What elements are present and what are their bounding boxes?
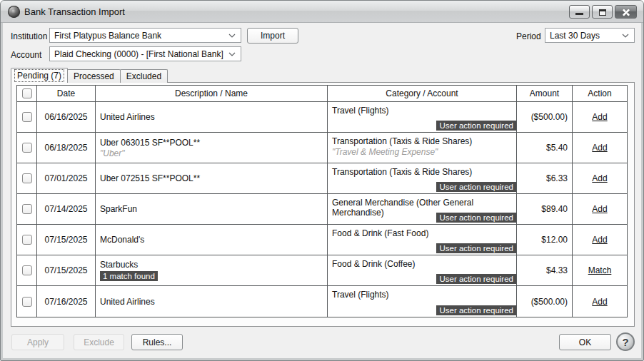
- user-action-required-badge: User action required: [436, 243, 516, 253]
- header-amount: Amount: [517, 86, 573, 101]
- pending-tab-page: Date Description / Name Category / Accou…: [11, 82, 635, 327]
- add-link[interactable]: Add: [592, 297, 607, 307]
- rules-button[interactable]: Rules...: [131, 334, 183, 350]
- action-cell: Add: [573, 163, 627, 193]
- amount-cell: $89.40: [517, 194, 573, 224]
- amount-cell: $12.00: [517, 225, 573, 255]
- app-icon: [8, 6, 20, 18]
- period-select[interactable]: Last 30 Days: [545, 28, 635, 43]
- description-subtext: "Uber": [100, 148, 327, 158]
- bank-transaction-import-dialog: Bank Transaction Import Institution Firs…: [0, 0, 644, 361]
- category-subtext: "Travel & Meeting Expense": [332, 147, 512, 157]
- chevron-down-icon: [228, 34, 236, 39]
- add-link[interactable]: Add: [592, 204, 607, 214]
- match-link[interactable]: Match: [588, 265, 612, 275]
- table-row: 07/16/2025 United Airlines Travel (Fligh…: [17, 286, 627, 317]
- description-cell: United Airlines: [96, 102, 328, 132]
- match-found-badge: 1 match found: [100, 271, 158, 281]
- action-cell: Match: [573, 255, 627, 285]
- add-link[interactable]: Add: [592, 235, 607, 245]
- amount-cell: $5.40: [517, 133, 573, 163]
- row-checkbox[interactable]: [22, 297, 32, 307]
- action-cell: Add: [573, 194, 627, 224]
- table-row: 07/14/2025 SparkFun General Merchandise …: [17, 194, 627, 225]
- tab-bar: Pending (7) Processed Excluded: [11, 68, 167, 83]
- table-row: 06/16/2025 United Airlines Travel (Fligh…: [17, 102, 627, 133]
- tab-pending[interactable]: Pending (7): [11, 68, 68, 83]
- row-checkbox[interactable]: [22, 143, 32, 153]
- close-button[interactable]: [615, 5, 637, 19]
- date-cell: 07/15/2025: [37, 255, 96, 285]
- row-checkbox[interactable]: [22, 235, 32, 245]
- amount-cell: ($500.00): [517, 102, 573, 132]
- header-date: Date: [37, 86, 96, 101]
- action-cell: Add: [573, 286, 627, 317]
- category-cell: Transportation (Taxis & Ride Shares) Use…: [328, 163, 517, 193]
- add-link[interactable]: Add: [592, 173, 607, 183]
- user-action-required-badge: User action required: [436, 213, 516, 223]
- help-icon[interactable]: ?: [616, 332, 635, 351]
- row-checkbox[interactable]: [22, 204, 32, 214]
- import-button[interactable]: Import: [247, 28, 298, 44]
- amount-cell: $4.33: [517, 255, 573, 285]
- institution-select[interactable]: First Platypus Balance Bank: [49, 28, 241, 43]
- transactions-table: Date Description / Name Category / Accou…: [16, 85, 628, 317]
- minimize-button[interactable]: [569, 5, 590, 19]
- date-cell: 07/16/2025: [37, 286, 96, 317]
- action-cell: Add: [573, 225, 627, 255]
- account-value: Plaid Checking (0000) - [First National …: [54, 49, 223, 59]
- description-cell: United Airlines: [96, 286, 328, 317]
- chevron-down-icon: [622, 34, 629, 39]
- row-checkbox[interactable]: [22, 265, 32, 275]
- maximize-button[interactable]: [592, 5, 613, 19]
- header-description: Description / Name: [96, 86, 328, 101]
- add-link[interactable]: Add: [592, 143, 607, 153]
- date-cell: 06/16/2025: [37, 102, 96, 132]
- user-action-required-badge: User action required: [436, 182, 516, 192]
- tab-excluded[interactable]: Excluded: [120, 69, 168, 83]
- user-action-required-badge: User action required: [436, 305, 516, 315]
- description-cell: McDonald's: [96, 225, 328, 255]
- description-cell: Uber 072515 SF**POOL**: [96, 163, 328, 193]
- amount-cell: $6.33: [517, 163, 573, 193]
- description-cell: Uber 063015 SF**POOL** "Uber": [96, 133, 328, 163]
- row-checkbox[interactable]: [22, 173, 32, 183]
- period-value: Last 30 Days: [550, 31, 600, 41]
- header-action: Action: [573, 86, 627, 101]
- date-cell: 07/01/2025: [37, 163, 96, 193]
- title-bar: Bank Transaction Import: [1, 1, 643, 23]
- action-cell: Add: [573, 102, 627, 132]
- window-controls: [569, 5, 637, 19]
- window-title: Bank Transaction Import: [24, 6, 125, 17]
- exclude-button[interactable]: Exclude: [74, 334, 124, 350]
- account-label: Account: [11, 50, 41, 60]
- category-cell: Food & Drink (Fast Food) User action req…: [328, 225, 517, 255]
- row-checkbox[interactable]: [22, 112, 32, 122]
- apply-button[interactable]: Apply: [11, 334, 64, 350]
- amount-cell: ($500.00): [517, 286, 573, 317]
- add-link[interactable]: Add: [592, 112, 607, 122]
- ok-button[interactable]: OK: [559, 334, 611, 350]
- header-category: Category / Account: [328, 86, 517, 101]
- tab-processed[interactable]: Processed: [67, 69, 121, 83]
- user-action-required-badge: User action required: [436, 274, 516, 284]
- select-all-checkbox[interactable]: [22, 88, 32, 98]
- minimize-icon: [575, 13, 583, 15]
- table-row: 07/01/2025 Uber 072515 SF**POOL** Transp…: [17, 163, 627, 194]
- category-cell: Travel (Flights) User action required: [328, 102, 517, 132]
- maximize-icon: [599, 9, 606, 16]
- category-cell: Food & Drink (Coffee) User action requir…: [328, 255, 517, 285]
- chevron-down-icon: [228, 52, 236, 57]
- category-cell: Travel (Flights) User action required: [328, 286, 517, 317]
- date-cell: 06/18/2025: [37, 133, 96, 163]
- category-cell: Transportation (Taxis & Ride Shares) "Tr…: [328, 133, 517, 163]
- date-cell: 07/14/2025: [37, 194, 96, 224]
- institution-value: First Platypus Balance Bank: [54, 31, 161, 41]
- user-action-required-badge: User action required: [436, 121, 516, 131]
- account-select[interactable]: Plaid Checking (0000) - [First National …: [49, 46, 241, 61]
- description-cell: SparkFun: [96, 194, 328, 224]
- table-header-row: Date Description / Name Category / Accou…: [17, 86, 627, 102]
- table-row: 07/15/2025 McDonald's Food & Drink (Fast…: [17, 225, 627, 255]
- category-cell: General Merchandise (Other General Merch…: [328, 194, 517, 224]
- date-cell: 07/15/2025: [37, 225, 96, 255]
